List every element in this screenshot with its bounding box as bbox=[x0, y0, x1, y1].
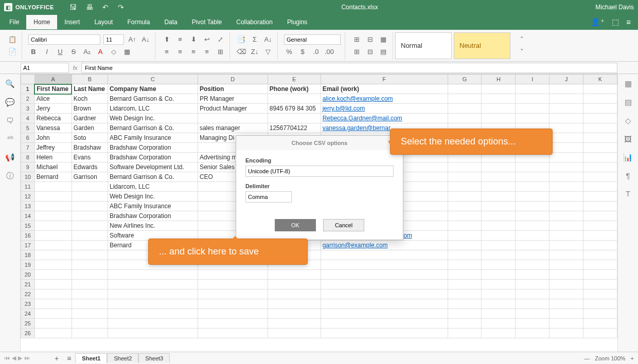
cell[interactable] bbox=[583, 133, 617, 143]
zoom-in-icon[interactable]: + bbox=[631, 355, 634, 361]
strike-icon[interactable]: S bbox=[68, 47, 79, 57]
cell[interactable] bbox=[108, 289, 198, 299]
align-bottom-icon[interactable]: ⬇ bbox=[188, 34, 199, 45]
cell[interactable] bbox=[550, 221, 583, 231]
paste-icon[interactable]: 📄 bbox=[7, 47, 17, 57]
cell[interactable]: jerry.b@lid.com bbox=[321, 104, 448, 114]
menu-plugins[interactable]: Plugins bbox=[280, 15, 314, 29]
align-justify-icon[interactable]: ≡ bbox=[202, 47, 212, 57]
cell[interactable]: Position bbox=[198, 84, 268, 94]
cell[interactable] bbox=[550, 309, 583, 319]
cell[interactable] bbox=[448, 241, 482, 250]
cell[interactable] bbox=[482, 182, 516, 192]
insert-cells2-icon[interactable]: ⊞ bbox=[351, 47, 362, 57]
underline-icon[interactable]: U bbox=[55, 47, 65, 57]
cell[interactable]: Bernard bbox=[34, 172, 72, 182]
col-header[interactable]: J bbox=[550, 75, 583, 84]
sheet-list-button[interactable]: ≡ bbox=[63, 353, 75, 363]
cell[interactable] bbox=[550, 172, 583, 182]
col-header[interactable]: A bbox=[34, 75, 72, 84]
sheet-next-icon[interactable]: ▶ bbox=[18, 355, 22, 361]
cell[interactable] bbox=[72, 202, 108, 211]
cell[interactable] bbox=[583, 114, 617, 123]
cell[interactable] bbox=[321, 309, 448, 319]
cell[interactable] bbox=[550, 123, 583, 133]
cell[interactable] bbox=[482, 231, 516, 241]
row-header[interactable]: 16 bbox=[21, 231, 35, 241]
cell[interactable] bbox=[583, 309, 617, 319]
cell[interactable] bbox=[583, 250, 617, 260]
cell[interactable] bbox=[583, 280, 617, 289]
cell[interactable] bbox=[550, 114, 583, 123]
cell[interactable] bbox=[268, 289, 321, 299]
row-header[interactable]: 4 bbox=[21, 114, 35, 123]
row-header[interactable]: 18 bbox=[21, 250, 35, 260]
cell[interactable] bbox=[198, 289, 268, 299]
cell[interactable] bbox=[448, 84, 482, 94]
cell[interactable] bbox=[72, 309, 108, 319]
cell[interactable] bbox=[108, 299, 198, 309]
row-header[interactable]: 1 bbox=[21, 84, 35, 94]
settings-icon[interactable]: ≡ bbox=[626, 17, 631, 27]
menu-home[interactable]: Home bbox=[26, 15, 57, 29]
cell[interactable] bbox=[268, 329, 321, 338]
cancel-button[interactable]: Cancel bbox=[323, 219, 364, 231]
cell[interactable] bbox=[268, 114, 321, 123]
cell[interactable] bbox=[516, 221, 550, 231]
menu-insert[interactable]: Insert bbox=[57, 15, 87, 29]
cell[interactable] bbox=[516, 270, 550, 280]
cell[interactable]: Web Design Inc. bbox=[108, 192, 198, 202]
cell[interactable] bbox=[198, 329, 268, 338]
cell[interactable] bbox=[448, 202, 482, 211]
cell[interactable] bbox=[482, 94, 516, 104]
cell[interactable]: Last Name bbox=[72, 84, 108, 94]
increase-font-icon[interactable]: A↑ bbox=[127, 34, 137, 45]
cell[interactable] bbox=[516, 289, 550, 299]
table-template-icon[interactable]: ▦ bbox=[378, 34, 388, 45]
orientation-icon[interactable]: ⤢ bbox=[215, 34, 225, 45]
cell[interactable] bbox=[321, 260, 448, 270]
cell[interactable]: garrison@example.com bbox=[321, 241, 448, 250]
row-header[interactable]: 13 bbox=[21, 202, 35, 211]
cell[interactable] bbox=[34, 299, 72, 309]
bold-icon[interactable]: B bbox=[28, 47, 39, 57]
cell[interactable] bbox=[72, 221, 108, 231]
cell[interactable] bbox=[321, 299, 448, 309]
fx-icon[interactable]: fx bbox=[69, 65, 81, 71]
cell[interactable] bbox=[550, 162, 583, 172]
ok-button[interactable]: OK bbox=[275, 219, 316, 231]
row-header[interactable]: 14 bbox=[21, 211, 35, 221]
cell[interactable]: Jeffrey bbox=[34, 143, 72, 153]
cell[interactable] bbox=[448, 299, 482, 309]
cell[interactable] bbox=[583, 192, 617, 202]
cell[interactable] bbox=[550, 319, 583, 329]
cell[interactable]: Email (work) bbox=[321, 84, 448, 94]
cell[interactable] bbox=[516, 260, 550, 270]
cell[interactable] bbox=[482, 114, 516, 123]
menu-layout[interactable]: Layout bbox=[87, 15, 120, 29]
cell-settings-icon[interactable]: ▦ bbox=[625, 79, 632, 88]
cell[interactable] bbox=[583, 162, 617, 172]
insert-cells-icon[interactable]: ⊞ bbox=[351, 34, 362, 45]
user-name[interactable]: Michael Davis bbox=[595, 4, 634, 11]
cell[interactable] bbox=[34, 289, 72, 299]
cell[interactable]: 12567704122 bbox=[268, 123, 321, 133]
sheet-prev-icon[interactable]: ◀ bbox=[12, 355, 16, 361]
cell[interactable] bbox=[198, 270, 268, 280]
align-right-icon[interactable]: ≡ bbox=[188, 47, 199, 57]
cell[interactable] bbox=[550, 104, 583, 114]
cell[interactable] bbox=[482, 299, 516, 309]
fill-color-icon[interactable]: ◇ bbox=[109, 47, 119, 57]
cell[interactable]: Bradshaw Corporation bbox=[108, 153, 198, 162]
cell[interactable]: ABC Family Insurance bbox=[108, 133, 198, 143]
cell[interactable] bbox=[482, 84, 516, 94]
save-icon[interactable]: 🖫 bbox=[69, 3, 77, 11]
cell[interactable] bbox=[550, 270, 583, 280]
cell[interactable] bbox=[72, 192, 108, 202]
cell[interactable] bbox=[34, 211, 72, 221]
cell[interactable] bbox=[72, 211, 108, 221]
open-location-icon[interactable]: ⬚ bbox=[612, 17, 619, 27]
undo-icon[interactable]: ↶ bbox=[102, 3, 109, 11]
cell[interactable]: Helen bbox=[34, 153, 72, 162]
cell[interactable] bbox=[108, 280, 198, 289]
